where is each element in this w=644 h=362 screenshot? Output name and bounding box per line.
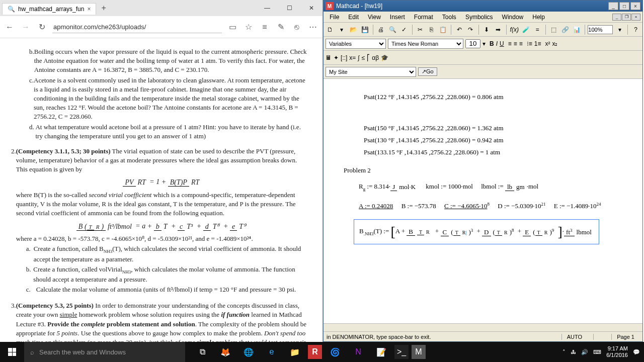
constants-line[interactable]: Rg := 8.314·Jmol·K kmol := 1000·mol lbmo… bbox=[359, 183, 622, 192]
file-explorer-icon[interactable]: 📁 bbox=[285, 342, 305, 362]
onenote-icon[interactable]: N bbox=[348, 342, 368, 362]
calc-icon[interactable]: = bbox=[533, 24, 542, 35]
psat-line-4[interactable]: Psat(133.15 °F ,14.3145 ,2756.22 ,228.06… bbox=[364, 148, 622, 156]
style-select[interactable]: Variables bbox=[326, 39, 386, 49]
reading-view-icon[interactable]: ▭ bbox=[227, 22, 238, 32]
align-left-icon[interactable]: ≡ bbox=[508, 40, 512, 47]
boolean-icon[interactable]: ≤ bbox=[362, 54, 365, 61]
abcde-line[interactable]: A := 0.24028 B := −573.78 C := −4.6065·1… bbox=[359, 202, 622, 210]
evaluation-icon[interactable]: x= bbox=[349, 54, 356, 61]
menu-help[interactable]: Help bbox=[528, 13, 549, 22]
favorite-icon[interactable]: ☆ bbox=[243, 22, 254, 32]
redo-icon[interactable]: ↷ bbox=[466, 24, 475, 35]
close-button[interactable]: ✕ bbox=[300, 1, 323, 16]
refresh-button[interactable]: ↻ bbox=[36, 22, 47, 32]
mc-minimize-button[interactable]: _ bbox=[608, 2, 618, 10]
spell-icon[interactable]: ✓ bbox=[399, 24, 409, 35]
mathcad-task-icon[interactable]: M bbox=[412, 345, 426, 359]
document-content[interactable]: b.Boiling occurs when the vapor pressure… bbox=[0, 38, 323, 342]
calculus-icon[interactable]: ∫ bbox=[358, 54, 359, 61]
go-button[interactable]: ↗Go bbox=[418, 67, 437, 76]
font-select[interactable]: Times New Roman bbox=[388, 39, 463, 49]
app-r-icon[interactable]: R bbox=[308, 345, 322, 359]
symbolic-icon[interactable]: 🎓 bbox=[381, 54, 388, 61]
function-icon[interactable]: f(x) bbox=[510, 24, 519, 35]
maximize-button[interactable]: ☐ bbox=[278, 1, 300, 16]
psat-line-2[interactable]: Psat(150 °F ,14.3145 ,2756.22 ,228.060) … bbox=[364, 124, 622, 132]
font-size-input[interactable] bbox=[465, 39, 480, 48]
minimize-button[interactable]: — bbox=[256, 1, 278, 16]
menu-format[interactable]: Format bbox=[410, 13, 437, 22]
subscript-icon[interactable]: x₂ bbox=[552, 40, 557, 47]
back-button[interactable]: ← bbox=[4, 23, 15, 32]
print-icon[interactable]: 🖨 bbox=[376, 24, 386, 35]
bullets-icon[interactable]: ⁝≡ bbox=[527, 40, 532, 47]
new-tab-button[interactable]: + bbox=[96, 2, 111, 15]
menu-symbolics[interactable]: Symbolics bbox=[461, 13, 497, 22]
more-icon[interactable]: ⋯ bbox=[307, 22, 318, 32]
zoom-input[interactable] bbox=[588, 25, 613, 34]
cmd-icon[interactable]: >_ bbox=[394, 345, 409, 359]
taskbar-clock[interactable]: 9:17 AM 6/1/2016 bbox=[606, 345, 628, 358]
close-tab-icon[interactable]: × bbox=[87, 6, 91, 13]
network-icon[interactable]: 🖧 bbox=[571, 349, 576, 355]
align-center-icon[interactable]: ≡ bbox=[514, 40, 517, 47]
numbering-icon[interactable]: 1≡ bbox=[534, 40, 541, 47]
save-icon[interactable]: 💾 bbox=[360, 24, 370, 35]
dropdown-icon[interactable]: ▾ bbox=[337, 24, 347, 35]
share-icon[interactable]: ⎋ bbox=[291, 23, 302, 32]
copy-icon[interactable]: ⎘ bbox=[427, 24, 436, 35]
bnh3-definition[interactable]: B.NH3(T) := [A + BTR + C(TR|)3 + D(TR)8 … bbox=[354, 219, 599, 244]
menu-file[interactable]: File bbox=[326, 13, 343, 22]
notepadpp-icon[interactable]: 📝 bbox=[371, 342, 391, 362]
undo-icon[interactable]: ↶ bbox=[454, 24, 464, 35]
print-preview-icon[interactable]: 🔍 bbox=[388, 24, 397, 35]
mathcad-worksheet[interactable]: Psat(122 °F ,14.3145 ,2756.22 ,228.060) … bbox=[324, 79, 642, 323]
mathcad-titlebar[interactable]: M Mathcad - [hw19] _ □ × bbox=[324, 1, 642, 12]
tray-up-icon[interactable]: ˄ bbox=[562, 349, 566, 355]
mdi-restore-button[interactable]: ❐ bbox=[622, 14, 631, 21]
problem-2-label[interactable]: Problem 2 bbox=[344, 166, 622, 174]
programming-icon[interactable]: ⎡ bbox=[367, 54, 370, 61]
greek-icon[interactable]: αβ bbox=[372, 54, 379, 61]
address-bar[interactable] bbox=[52, 21, 222, 33]
mdi-close-button[interactable]: × bbox=[631, 14, 640, 21]
open-icon[interactable]: 📂 bbox=[349, 24, 358, 35]
paste-icon[interactable]: 📋 bbox=[438, 24, 448, 35]
graph-icon[interactable]: 📊 bbox=[572, 24, 582, 35]
unit-icon[interactable]: 🧪 bbox=[521, 24, 531, 35]
graph-toolbar-icon[interactable]: ✦ bbox=[334, 54, 339, 61]
mdi-minimize-button[interactable]: _ bbox=[612, 14, 621, 21]
help-icon[interactable]: ? bbox=[631, 24, 640, 35]
resource-select[interactable]: My Site bbox=[326, 67, 416, 77]
mc-maximize-button[interactable]: □ bbox=[619, 2, 629, 10]
forward-button[interactable]: → bbox=[20, 23, 31, 32]
menu-tools[interactable]: Tools bbox=[438, 13, 460, 22]
input-icon[interactable]: ⌨ bbox=[593, 349, 601, 355]
hub-icon[interactable]: ≡ bbox=[259, 23, 270, 32]
component-icon[interactable]: ⬚ bbox=[549, 24, 558, 35]
taskbar-search[interactable]: ⌕ Search the web and Windows bbox=[24, 342, 185, 362]
zoom-dropdown-icon[interactable]: ▾ bbox=[615, 24, 624, 35]
winscp-icon[interactable]: 🌀 bbox=[325, 342, 345, 362]
align-down-icon[interactable]: ⬇ bbox=[482, 24, 492, 35]
mc-close-button[interactable]: × bbox=[630, 2, 640, 10]
start-button[interactable] bbox=[0, 342, 24, 362]
edge-icon[interactable]: e bbox=[262, 342, 282, 362]
insert-link-icon[interactable]: 🔗 bbox=[560, 24, 570, 35]
menu-view[interactable]: View bbox=[364, 13, 385, 22]
menu-edit[interactable]: Edit bbox=[344, 13, 363, 22]
webnote-icon[interactable]: ✎ bbox=[275, 22, 286, 32]
align-across-icon[interactable]: ➡ bbox=[494, 24, 503, 35]
menu-insert[interactable]: Insert bbox=[386, 13, 409, 22]
notifications-icon[interactable]: 💬 bbox=[633, 349, 640, 355]
psat-line-1[interactable]: Psat(122 °F ,14.3145 ,2756.22 ,228.060) … bbox=[364, 93, 622, 101]
psat-line-3[interactable]: Psat(130 °F ,14.3145 ,2756.22 ,228.060) … bbox=[364, 136, 622, 144]
superscript-icon[interactable]: x² bbox=[545, 40, 550, 47]
browser-tab[interactable]: 🔍 hw_mathcad_arrays_fun × bbox=[2, 3, 96, 15]
bold-button[interactable]: B bbox=[490, 40, 494, 47]
chrome-icon[interactable]: 🌐 bbox=[238, 342, 259, 362]
horizontal-scrollbar[interactable] bbox=[324, 323, 642, 331]
task-view-icon[interactable]: ⧉ bbox=[192, 342, 212, 362]
fontsize-dropdown-icon[interactable]: ▾ bbox=[482, 40, 486, 47]
